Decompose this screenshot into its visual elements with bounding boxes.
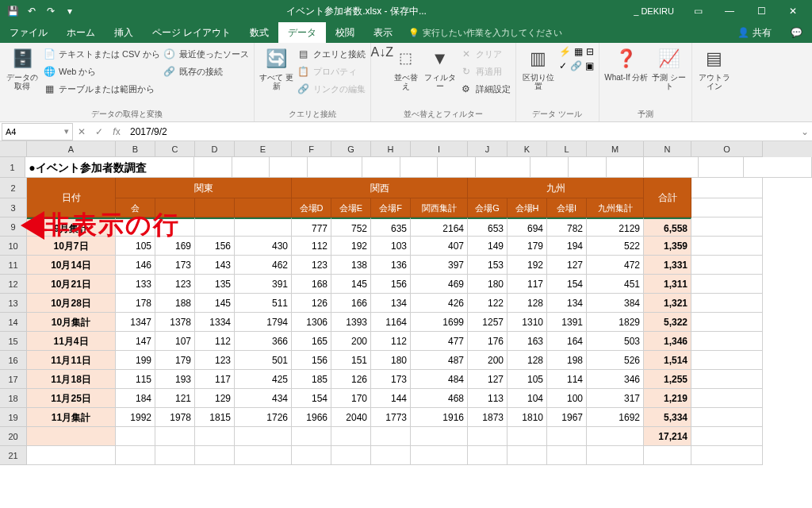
cell-subheader[interactable]: 九州集計 <box>587 198 644 217</box>
cell[interactable]: 1310 <box>508 313 547 332</box>
cell[interactable]: 1,359 <box>644 237 691 256</box>
whatif-button[interactable]: ❓What-If 分析 <box>604 46 649 82</box>
cell[interactable]: 503 <box>587 332 644 351</box>
row-header[interactable]: 15 <box>0 332 27 351</box>
cell[interactable]: 1,311 <box>644 275 691 294</box>
qat-customize-icon[interactable]: ▾ <box>60 2 79 20</box>
cell[interactable]: 149 <box>468 237 508 256</box>
cell[interactable] <box>691 256 763 275</box>
cell[interactable]: 1164 <box>371 313 411 332</box>
cell[interactable]: 434 <box>235 389 292 408</box>
cell[interactable] <box>155 427 195 446</box>
tab-home[interactable]: ホーム <box>57 22 105 43</box>
cell[interactable]: 782 <box>547 217 587 237</box>
cell[interactable]: 192 <box>508 256 547 275</box>
cell[interactable] <box>644 157 699 178</box>
cell[interactable] <box>411 427 468 446</box>
cell[interactable]: 1,331 <box>644 256 691 275</box>
cell[interactable]: 1794 <box>235 313 292 332</box>
col-header[interactable]: H <box>371 141 411 157</box>
cell[interactable] <box>27 427 116 446</box>
tab-review[interactable]: 校閲 <box>326 22 364 43</box>
cell[interactable]: 154 <box>547 275 587 294</box>
tell-me[interactable]: 💡実行したい作業を入力してください <box>402 22 562 43</box>
cell[interactable]: 123 <box>195 351 235 370</box>
cell[interactable]: 146 <box>116 256 155 275</box>
cell[interactable]: 121 <box>155 389 195 408</box>
row-header[interactable]: 2 <box>0 178 27 198</box>
worksheet[interactable]: A B C D E F G H I J K L M N O 1●イベント参加者数… <box>0 141 812 508</box>
cell[interactable]: 17,214 <box>644 427 691 446</box>
cell-subheader[interactable]: 関西集計 <box>411 198 468 217</box>
tab-insert[interactable]: 挿入 <box>105 22 143 43</box>
cell[interactable]: 11月4日 <box>27 332 116 351</box>
cell[interactable]: 156 <box>195 237 235 256</box>
cell[interactable]: 1334 <box>195 313 235 332</box>
cell[interactable]: 5,322 <box>644 313 691 332</box>
cell-subheader[interactable]: 会場H <box>508 198 547 217</box>
cell[interactable]: 407 <box>411 237 468 256</box>
cell[interactable]: 1873 <box>468 408 508 427</box>
share-button[interactable]: 👤共有 <box>728 22 781 43</box>
cell[interactable] <box>270 157 308 178</box>
cell[interactable] <box>308 157 362 178</box>
cell[interactable] <box>691 313 763 332</box>
row-header[interactable]: 17 <box>0 370 27 389</box>
cell[interactable]: 487 <box>411 351 468 370</box>
col-header[interactable]: B <box>116 141 155 157</box>
cell[interactable]: 6,558 <box>644 217 691 237</box>
cell[interactable] <box>744 157 812 178</box>
cell[interactable]: 1,514 <box>644 351 691 370</box>
cell[interactable]: 138 <box>331 256 371 275</box>
cell[interactable]: 752 <box>331 217 371 237</box>
account-name[interactable]: _ DEKIRU <box>634 6 682 16</box>
cell[interactable]: 188 <box>155 294 195 313</box>
cell[interactable]: 153 <box>468 256 508 275</box>
cell[interactable]: 472 <box>587 256 644 275</box>
name-box[interactable]: A4▾ <box>2 123 73 140</box>
cell[interactable] <box>691 198 763 217</box>
col-header[interactable]: C <box>155 141 195 157</box>
row-header[interactable]: 18 <box>0 389 27 408</box>
cell[interactable] <box>691 427 763 446</box>
from-text-csv[interactable]: 📄テキストまたは CSV から <box>43 46 160 62</box>
cell[interactable]: 122 <box>468 294 508 313</box>
cell-subheader[interactable] <box>195 198 235 217</box>
outline-button[interactable]: ▤アウトラ イン <box>697 46 732 90</box>
cell[interactable]: 1966 <box>292 408 331 427</box>
cell[interactable]: 156 <box>371 275 411 294</box>
cell[interactable]: 346 <box>587 370 644 389</box>
cell[interactable]: 164 <box>547 332 587 351</box>
cell[interactable]: 11月25日 <box>27 389 116 408</box>
flashfill-icon[interactable]: ⚡ <box>559 46 571 57</box>
cell[interactable]: 11月集計 <box>27 408 116 427</box>
cell-header-kanto[interactable]: 関東 <box>116 178 292 198</box>
cell[interactable]: 112 <box>292 237 331 256</box>
cell[interactable] <box>691 275 763 294</box>
cell[interactable]: 163 <box>508 332 547 351</box>
cell[interactable]: 173 <box>371 370 411 389</box>
cell[interactable] <box>235 446 292 465</box>
formula-input[interactable]: 2017/9/2 <box>125 126 798 137</box>
cell[interactable]: 384 <box>587 294 644 313</box>
cell[interactable]: 176 <box>468 332 508 351</box>
cell[interactable]: 184 <box>116 389 155 408</box>
tab-data[interactable]: データ <box>278 22 326 43</box>
cell-subheader[interactable]: 会場F <box>371 198 411 217</box>
col-header[interactable]: N <box>644 141 691 157</box>
cell[interactable] <box>195 446 235 465</box>
cell[interactable]: 635 <box>371 217 411 237</box>
cell[interactable]: 200 <box>468 351 508 370</box>
cell[interactable]: 11月11日 <box>27 351 116 370</box>
col-header[interactable]: G <box>331 141 371 157</box>
cell[interactable]: 501 <box>235 351 292 370</box>
validation-icon[interactable]: ✓ <box>559 60 567 71</box>
cell[interactable] <box>292 446 331 465</box>
expand-formula-bar-icon[interactable]: ⌄ <box>798 126 812 137</box>
cell[interactable] <box>411 446 468 465</box>
cell[interactable]: 135 <box>195 275 235 294</box>
cell[interactable] <box>476 157 530 178</box>
cell[interactable] <box>530 157 569 178</box>
cell[interactable]: 128 <box>508 294 547 313</box>
ribbon-display-icon[interactable]: ▭ <box>682 0 714 22</box>
